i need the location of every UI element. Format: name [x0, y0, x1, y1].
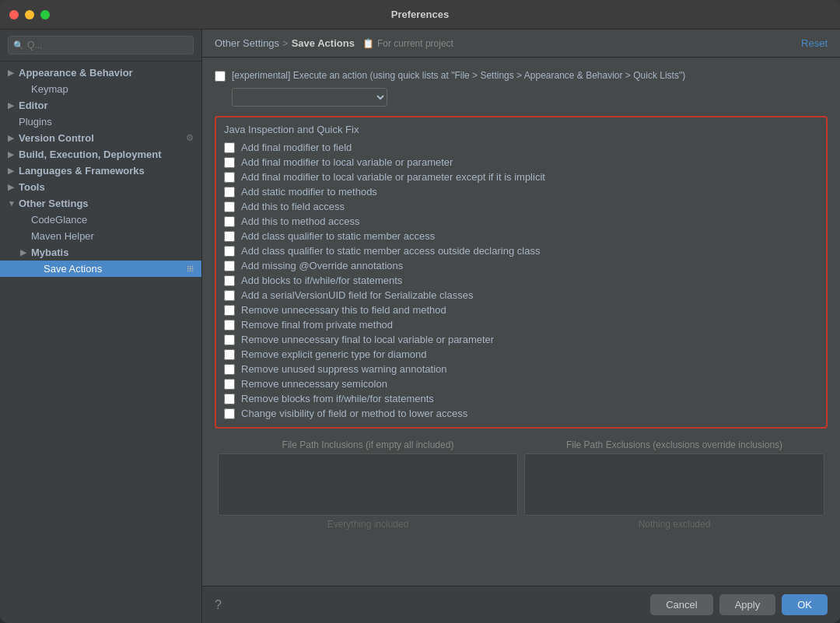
inspection-item-0: Add final modifier to field: [224, 140, 818, 155]
inspection-box: Java Inspection and Quick Fix Add final …: [215, 116, 828, 429]
inspection-label-15: Remove unused suppress warning annotatio…: [241, 363, 447, 375]
inspection-checkbox-1[interactable]: [224, 157, 235, 168]
inspection-item-11: Remove unnecessary this to field and met…: [224, 303, 818, 317]
ok-button[interactable]: OK: [782, 594, 828, 615]
inspection-checkbox-4[interactable]: [224, 201, 235, 212]
cancel-button[interactable]: Cancel: [650, 594, 712, 615]
inspection-item-16: Remove unnecessary semicolon: [224, 376, 818, 391]
search-wrapper: 🔍: [8, 36, 194, 54]
sidebar-item-appearance[interactable]: Appearance & Behavior: [0, 65, 201, 81]
inspection-item-4: Add this to field access: [224, 199, 818, 214]
breadcrumb: Other Settings > Save Actions: [215, 37, 355, 49]
exclusions-label: File Path Exclusions (exclusions overrid…: [521, 439, 828, 450]
inspection-item-17: Remove blocks from if/while/for statemen…: [224, 391, 818, 406]
inclusions-list[interactable]: [218, 453, 518, 516]
arrow-icon: [8, 166, 19, 175]
file-path-inclusions-col: File Path Inclusions (if empty all inclu…: [215, 439, 521, 530]
inspection-label-14: Remove explicit generic type for diamond: [241, 348, 426, 360]
inspection-checkbox-11[interactable]: [224, 305, 235, 316]
footer-buttons: Cancel Apply OK: [650, 594, 828, 615]
inspection-checkbox-2[interactable]: [224, 172, 235, 183]
inspection-checkbox-0[interactable]: [224, 142, 235, 153]
inspection-label-9: Add blocks to if/while/for statements: [241, 275, 402, 286]
inspection-checkbox-14[interactable]: [224, 349, 235, 360]
inspection-checkbox-13[interactable]: [224, 334, 235, 345]
minimize-button[interactable]: [25, 10, 34, 19]
inspection-item-7: Add class qualifier to static member acc…: [224, 243, 818, 258]
inspection-label-16: Remove unnecessary semicolon: [241, 378, 387, 390]
sidebar-item-other-settings[interactable]: Other Settings: [0, 195, 201, 212]
inspection-checkbox-7[interactable]: [224, 246, 235, 257]
experimental-checkbox[interactable]: [215, 71, 226, 82]
inspection-label-1: Add final modifier to local variable or …: [241, 156, 453, 168]
sidebar-item-version-control[interactable]: Version Control ⚙: [0, 130, 201, 146]
apply-button[interactable]: Apply: [719, 594, 776, 615]
inspection-checkbox-6[interactable]: [224, 231, 235, 242]
sidebar-item-plugins[interactable]: Plugins: [0, 114, 201, 130]
inspection-checkbox-9[interactable]: [224, 275, 235, 286]
inspection-label-13: Remove unnecessary final to local variab…: [241, 334, 494, 345]
inspection-checkbox-16[interactable]: [224, 379, 235, 390]
sidebar-item-editor[interactable]: Editor: [0, 97, 201, 114]
sidebar-item-languages[interactable]: Languages & Frameworks: [0, 163, 201, 179]
inspection-item-12: Remove final from private method: [224, 317, 818, 332]
breadcrumb-arrow: >: [282, 37, 289, 49]
panel-header: Other Settings > Save Actions 📋 For curr…: [202, 30, 840, 58]
titlebar: Preferences: [0, 0, 840, 30]
inspection-item-15: Remove unused suppress warning annotatio…: [224, 362, 818, 376]
inspection-item-13: Remove unnecessary final to local variab…: [224, 332, 818, 347]
inspection-label-0: Add final modifier to field: [241, 142, 352, 153]
search-box: 🔍: [0, 30, 201, 61]
inspection-checkbox-8[interactable]: [224, 261, 235, 271]
inspection-checkbox-10[interactable]: [224, 290, 235, 301]
reset-button[interactable]: Reset: [801, 37, 828, 49]
window-title: Preferences: [391, 9, 449, 20]
inspection-checkbox-18[interactable]: [224, 408, 235, 419]
main-panel: Other Settings > Save Actions 📋 For curr…: [202, 30, 840, 623]
file-path-exclusions-col: File Path Exclusions (exclusions overrid…: [521, 439, 828, 530]
sidebar-item-mybatis[interactable]: Mybatis: [0, 244, 201, 261]
inspection-checkbox-17[interactable]: [224, 394, 235, 404]
exclusions-list[interactable]: [524, 453, 824, 516]
breadcrumb-current: Save Actions: [292, 37, 355, 49]
inspection-label-6: Add class qualifier to static member acc…: [241, 230, 435, 242]
preferences-window: Preferences 🔍 Appearance & Behavior: [0, 0, 840, 623]
inspection-label-2: Add final modifier to local variable or …: [241, 171, 545, 183]
inspection-label-17: Remove blocks from if/while/for statemen…: [241, 393, 434, 404]
sidebar-item-keymap[interactable]: Keymap: [0, 81, 201, 97]
experimental-label: [experimental] Execute an action (using …: [232, 70, 685, 81]
inspection-item-9: Add blocks to if/while/for statements: [224, 273, 818, 288]
quick-list-select[interactable]: [232, 88, 387, 107]
copy-icon: ⊞: [187, 264, 194, 274]
inspection-item-2: Add final modifier to local variable or …: [224, 170, 818, 184]
inspection-checkbox-3[interactable]: [224, 187, 235, 198]
inspection-checkbox-12[interactable]: [224, 320, 235, 331]
sidebar-item-build[interactable]: Build, Execution, Deployment: [0, 146, 201, 163]
inspection-item-1: Add final modifier to local variable or …: [224, 155, 818, 170]
sidebar-item-save-actions[interactable]: Save Actions ⊞: [0, 261, 201, 277]
exclusions-status: Nothing excluded: [521, 519, 828, 530]
for-project: 📋 For current project: [362, 38, 453, 49]
inspection-label-18: Change visibility of field or method to …: [241, 408, 467, 419]
main-content: 🔍 Appearance & Behavior Keymap: [0, 30, 840, 623]
inspection-item-8: Add missing @Override annotations: [224, 258, 818, 273]
experimental-row: [experimental] Execute an action (using …: [215, 67, 828, 88]
close-button[interactable]: [9, 10, 19, 19]
sidebar-item-codeglance[interactable]: CodeGlance: [0, 212, 201, 228]
inspection-checkbox-5[interactable]: [224, 216, 235, 227]
search-input[interactable]: [8, 36, 194, 54]
search-icon: 🔍: [13, 40, 24, 51]
inspection-checkbox-15[interactable]: [224, 364, 235, 375]
inspection-item-5: Add this to method access: [224, 214, 818, 229]
inspection-label-10: Add a serialVersionUID field for Seriali…: [241, 289, 473, 301]
help-button[interactable]: ?: [215, 598, 222, 612]
sidebar-item-tools[interactable]: Tools: [0, 179, 201, 195]
maximize-button[interactable]: [40, 10, 50, 19]
panel-body: [experimental] Execute an action (using …: [202, 58, 840, 586]
inspection-label-11: Remove unnecessary this to field and met…: [241, 304, 446, 316]
inspection-title: Java Inspection and Quick Fix: [224, 124, 818, 135]
inspection-item-10: Add a serialVersionUID field for Seriali…: [224, 288, 818, 303]
inclusions-status: Everything included: [215, 519, 521, 530]
file-path-section: File Path Inclusions (if empty all inclu…: [215, 439, 828, 530]
sidebar-item-maven-helper[interactable]: Maven Helper: [0, 228, 201, 244]
